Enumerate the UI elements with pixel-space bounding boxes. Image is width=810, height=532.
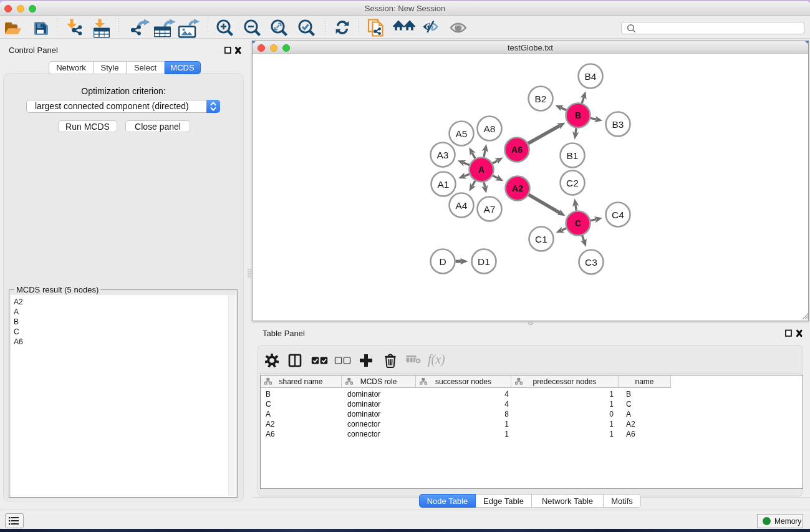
svg-text:D: D [439, 256, 446, 267]
svg-text:B: B [575, 110, 581, 120]
svg-text:D1: D1 [478, 256, 490, 267]
svg-text:B1: B1 [567, 150, 579, 161]
svg-text:B3: B3 [612, 119, 624, 130]
svg-text:A4: A4 [456, 200, 468, 211]
svg-text:C4: C4 [612, 210, 624, 220]
svg-text:A8: A8 [484, 123, 496, 134]
svg-text:C2: C2 [566, 178, 579, 188]
svg-text:A6: A6 [511, 145, 523, 155]
svg-text:C1: C1 [535, 234, 547, 244]
svg-text:A1: A1 [438, 179, 450, 190]
svg-text:A5: A5 [456, 128, 468, 139]
svg-text:A2: A2 [512, 183, 523, 193]
svg-text:C3: C3 [585, 257, 597, 268]
svg-text:A3: A3 [437, 150, 449, 160]
svg-text:A7: A7 [484, 204, 496, 215]
svg-text:B2: B2 [535, 94, 547, 104]
svg-text:C: C [575, 218, 581, 228]
svg-text:A: A [478, 165, 485, 175]
svg-text:B4: B4 [585, 71, 597, 82]
